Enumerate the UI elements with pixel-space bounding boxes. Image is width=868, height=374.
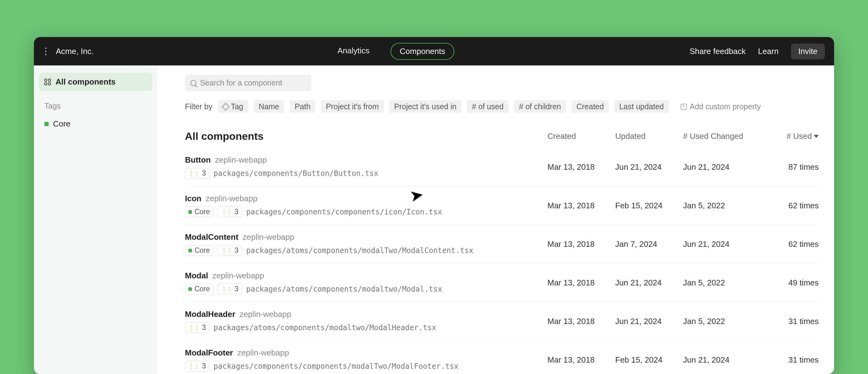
sidebar-tag-label: Core (53, 119, 70, 129)
tag-label: Core (194, 285, 210, 293)
table-row[interactable]: ModalContentzeplin-webappCore⋮⋮3packages… (185, 225, 819, 263)
search-input[interactable] (200, 78, 306, 87)
children-badge[interactable]: ⋮⋮3 (185, 361, 209, 372)
tag-dot-icon (44, 122, 49, 126)
filter-chip-project-used[interactable]: Project it's used in (389, 100, 461, 113)
cell-created: Mar 13, 2018 (548, 239, 615, 249)
tag-dot-icon (188, 249, 192, 252)
table-row[interactable]: Iconzeplin-webappCore⋮⋮3packages/compone… (185, 186, 819, 225)
app-window: Acme, Inc. Analytics Components Share fe… (34, 37, 834, 374)
cell-created: Mar 13, 2018 (548, 162, 615, 172)
cell-created: Mar 13, 2018 (548, 317, 615, 326)
tag-label: Core (194, 208, 210, 216)
row-main: Buttonzeplin-webapp⋮⋮3packages/component… (185, 155, 548, 179)
filter-chip-name[interactable]: Name (254, 100, 284, 113)
component-name[interactable]: Modal (185, 271, 208, 281)
component-project: zeplin-webapp (237, 348, 289, 358)
component-name[interactable]: ModalContent (185, 232, 238, 242)
topbar: Acme, Inc. Analytics Components Share fe… (34, 37, 834, 65)
table-row[interactable]: Modalzeplin-webappCore⋮⋮3packages/atoms/… (185, 263, 819, 302)
table-title: All components (185, 130, 264, 142)
filter-row: Filter by Tag Name Path Project it's fro… (185, 100, 819, 113)
children-count: 3 (235, 208, 239, 216)
table-row[interactable]: Buttonzeplin-webapp⋮⋮3packages/component… (185, 148, 819, 186)
tree-icon: ⋮⋮ (221, 247, 232, 254)
component-name[interactable]: ModalFooter (185, 348, 233, 358)
tag-badge[interactable]: Core (185, 206, 213, 217)
search-icon (190, 80, 196, 86)
component-name[interactable]: Button (185, 155, 211, 165)
tree-icon: ⋮⋮ (188, 363, 199, 370)
tree-icon: ⋮⋮ (188, 324, 199, 332)
filter-chip-tag[interactable]: Tag (218, 100, 248, 113)
tag-icon (222, 103, 229, 111)
children-count: 3 (202, 362, 206, 370)
filter-chip-num-used[interactable]: # of used (467, 100, 508, 113)
plus-icon (681, 104, 687, 110)
share-feedback-link[interactable]: Share feedback (689, 47, 746, 56)
row-main: Iconzeplin-webappCore⋮⋮3packages/compone… (185, 194, 548, 217)
component-name[interactable]: Icon (185, 194, 201, 203)
learn-link[interactable]: Learn (758, 47, 779, 56)
children-badge[interactable]: ⋮⋮3 (218, 284, 242, 294)
menu-dots-icon[interactable] (43, 46, 49, 57)
add-custom-property[interactable]: Add custom property (681, 102, 761, 111)
component-path: packages/atoms/components/modaltwo/Modal… (246, 285, 442, 293)
row-main: ModalContentzeplin-webappCore⋮⋮3packages… (185, 232, 548, 256)
search-box[interactable] (185, 75, 311, 91)
table-row[interactable]: ModalHeaderzeplin-webapp⋮⋮3packages/atom… (185, 302, 819, 341)
component-path: packages/atoms/components/modaltwo/Modal… (214, 323, 436, 332)
filter-chip-created[interactable]: Created (571, 100, 609, 113)
filter-chip-path[interactable]: Path (290, 100, 315, 113)
tag-badge[interactable]: Core (185, 245, 213, 256)
children-count: 3 (235, 285, 239, 293)
col-header-updated[interactable]: Updated (615, 132, 683, 141)
row-main: Modalzeplin-webappCore⋮⋮3packages/atoms/… (185, 271, 548, 294)
children-badge[interactable]: ⋮⋮3 (218, 245, 242, 256)
cell-used-changed: Jan 5, 2022 (683, 278, 766, 288)
tree-icon: ⋮⋮ (221, 285, 232, 293)
col-header-created[interactable]: Created (548, 132, 615, 141)
org-name[interactable]: Acme, Inc. (56, 47, 94, 56)
col-header-used-changed[interactable]: # Used Changed (683, 132, 766, 141)
cell-created: Mar 13, 2018 (548, 278, 615, 288)
component-project: zeplin-webapp (206, 194, 257, 203)
component-path: packages/atoms/components/modalTwo/Modal… (246, 246, 473, 255)
filter-chip-num-children[interactable]: # of children (514, 100, 566, 113)
cell-used: 62 times (766, 239, 819, 249)
children-count: 3 (202, 169, 206, 177)
tree-icon: ⋮⋮ (221, 208, 232, 216)
filter-chip-project-from[interactable]: Project it's from (321, 100, 383, 113)
main-content: Filter by Tag Name Path Project it's fro… (157, 65, 834, 374)
cell-created: Mar 13, 2018 (548, 201, 615, 210)
cell-used: 31 times (766, 317, 819, 326)
cell-updated: Jun 21, 2024 (615, 317, 683, 326)
sidebar: All components Tags Core (34, 65, 157, 374)
children-badge[interactable]: ⋮⋮3 (185, 168, 209, 179)
col-header-used[interactable]: # Used (766, 132, 819, 141)
component-project: zeplin-webapp (212, 271, 264, 281)
cell-used: 62 times (766, 201, 819, 210)
nav-components[interactable]: Components (391, 43, 454, 60)
sidebar-tags-heading: Tags (39, 91, 152, 115)
nav-analytics[interactable]: Analytics (329, 43, 378, 60)
filter-chip-last-updated[interactable]: Last updated (614, 100, 669, 113)
row-main: ModalHeaderzeplin-webapp⋮⋮3packages/atom… (185, 310, 548, 333)
cell-used: 87 times (766, 162, 819, 172)
tag-badge[interactable]: Core (185, 284, 213, 294)
row-main: ModalFooterzeplin-webapp⋮⋮3packages/comp… (185, 348, 548, 372)
cell-updated: Feb 15, 2024 (615, 201, 683, 210)
cell-used-changed: Jan 5, 2022 (683, 317, 766, 326)
table-body: Buttonzeplin-webapp⋮⋮3packages/component… (185, 148, 819, 374)
sidebar-tag-core[interactable]: Core (39, 115, 152, 133)
sidebar-all-components[interactable]: All components (39, 73, 152, 91)
children-badge[interactable]: ⋮⋮3 (185, 322, 209, 333)
cell-updated: Jun 21, 2024 (615, 162, 683, 172)
table-row[interactable]: ModalFooterzeplin-webapp⋮⋮3packages/comp… (185, 341, 819, 374)
component-name[interactable]: ModalHeader (185, 310, 235, 319)
invite-button[interactable]: Invite (791, 44, 825, 59)
children-badge[interactable]: ⋮⋮3 (218, 206, 242, 217)
cell-used: 31 times (766, 355, 819, 365)
tag-dot-icon (188, 287, 192, 291)
cell-updated: Jun 21, 2024 (615, 278, 683, 288)
